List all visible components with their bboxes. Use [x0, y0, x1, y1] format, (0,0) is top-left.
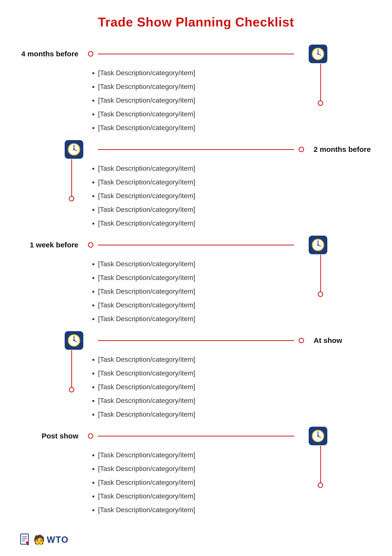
task-list: [Task Description/category/item][Task De… — [88, 448, 304, 517]
task-item: [Task Description/category/item] — [98, 271, 304, 285]
vline-container — [20, 350, 83, 392]
timeline-section-post-show: Post show [Task Description/category/ite… — [20, 426, 372, 522]
section-label-right: At show — [309, 331, 372, 350]
timeline-circle — [299, 147, 304, 152]
vline-container — [309, 255, 372, 297]
task-item: [Task Description/category/item] — [98, 312, 304, 326]
timeline-line — [98, 44, 294, 64]
logo-person-icon: 🧑 — [33, 534, 45, 545]
task-item: [Task Description/category/item] — [98, 476, 304, 489]
timeline-circle-end — [318, 483, 323, 488]
page-title: Trade Show Planning Checklist — [20, 15, 372, 29]
timeline-section-four-months: 4 months before [Task Description/catego… — [20, 44, 372, 140]
task-item: [Task Description/category/item] — [98, 107, 304, 121]
task-item: [Task Description/category/item] — [98, 353, 304, 366]
logo-area: 🧑 WTO — [20, 533, 69, 546]
task-item: [Task Description/category/item] — [98, 285, 304, 298]
task-item: [Task Description/category/item] — [98, 380, 304, 394]
tasks-container: [Task Description/category/item][Task De… — [83, 350, 309, 426]
clock-icon — [309, 236, 327, 254]
tasks-container: [Task Description/category/item][Task De… — [83, 64, 309, 140]
task-item: [Task Description/category/item] — [98, 189, 304, 203]
circle-start — [83, 426, 98, 446]
timeline-line — [98, 140, 294, 159]
task-item: [Task Description/category/item] — [98, 121, 304, 135]
clock-container-right — [309, 426, 372, 446]
clock-icon — [65, 331, 83, 350]
timeline-circle — [69, 196, 74, 201]
page: Trade Show Planning Checklist 4 months b… — [0, 0, 392, 556]
tasks-container: [Task Description/category/item][Task De… — [83, 255, 309, 331]
task-item: [Task Description/category/item] — [98, 366, 304, 380]
timeline-circle — [318, 100, 323, 106]
timeline-circle — [88, 242, 93, 248]
clock-container-right — [309, 44, 372, 64]
section-label-right: 2 months before — [309, 140, 372, 159]
circle-start — [83, 235, 98, 255]
timeline-circle — [69, 387, 74, 392]
task-item: [Task Description/category/item] — [98, 80, 304, 94]
circle-start — [83, 331, 98, 350]
timeline-circle — [88, 433, 93, 439]
task-item: [Task Description/category/item] — [98, 175, 304, 189]
task-list: [Task Description/category/item][Task De… — [88, 162, 304, 230]
timeline-line — [98, 331, 294, 350]
task-item: [Task Description/category/item] — [98, 217, 304, 230]
section-label-left: 4 months before — [20, 44, 83, 64]
timeline-circle — [299, 338, 304, 343]
circle-end — [294, 140, 309, 159]
circle-start — [83, 44, 98, 64]
tasks-container: [Task Description/category/item][Task De… — [83, 446, 309, 522]
task-item: [Task Description/category/item] — [98, 408, 304, 421]
task-item: [Task Description/category/item] — [98, 94, 304, 107]
timeline-circle — [318, 291, 323, 297]
logo-text: WTO — [47, 535, 69, 545]
task-item: [Task Description/category/item] — [98, 203, 304, 217]
task-list: [Task Description/category/item][Task De… — [88, 66, 304, 135]
timeline-section-at-show: At show[Task Description/category/item][… — [20, 331, 372, 426]
timeline-section-one-week: 1 week before [Task Description/category… — [20, 235, 372, 331]
task-item: [Task Description/category/item] — [98, 462, 304, 476]
timeline-wrapper: 4 months before [Task Description/catego… — [20, 44, 372, 522]
timeline-line — [98, 235, 294, 255]
task-item: [Task Description/category/item] — [98, 394, 304, 408]
task-item: [Task Description/category/item] — [98, 162, 304, 175]
circle-end — [294, 235, 309, 255]
vline-container — [20, 159, 83, 201]
task-item: [Task Description/category/item] — [98, 298, 304, 312]
task-item: [Task Description/category/item] — [98, 257, 304, 271]
clock-icon — [65, 140, 83, 159]
section-label-left: 1 week before — [20, 235, 83, 255]
vline-container — [309, 446, 372, 488]
clock-container-left — [20, 331, 83, 350]
circle-end — [294, 426, 309, 446]
task-item: [Task Description/category/item] — [98, 66, 304, 80]
timeline-circle — [88, 51, 93, 57]
logo-doc-icon — [20, 533, 31, 546]
vline-container — [309, 64, 372, 106]
tasks-container: [Task Description/category/item][Task De… — [83, 159, 309, 235]
task-item: [Task Description/category/item] — [98, 489, 304, 503]
timeline-line — [98, 426, 294, 446]
clock-icon — [309, 427, 327, 445]
task-item: [Task Description/category/item] — [98, 448, 304, 462]
circle-end — [294, 331, 309, 350]
task-list: [Task Description/category/item][Task De… — [88, 353, 304, 421]
clock-icon — [309, 45, 327, 63]
task-list: [Task Description/category/item][Task De… — [88, 257, 304, 326]
section-label-left: Post show — [20, 426, 83, 446]
timeline-section-two-months: 2 months before[Task Description/categor… — [20, 140, 372, 235]
task-item: [Task Description/category/item] — [98, 503, 304, 517]
circle-start — [83, 140, 98, 159]
clock-container-left — [20, 140, 83, 159]
clock-container-right — [309, 235, 372, 255]
circle-end — [294, 44, 309, 64]
